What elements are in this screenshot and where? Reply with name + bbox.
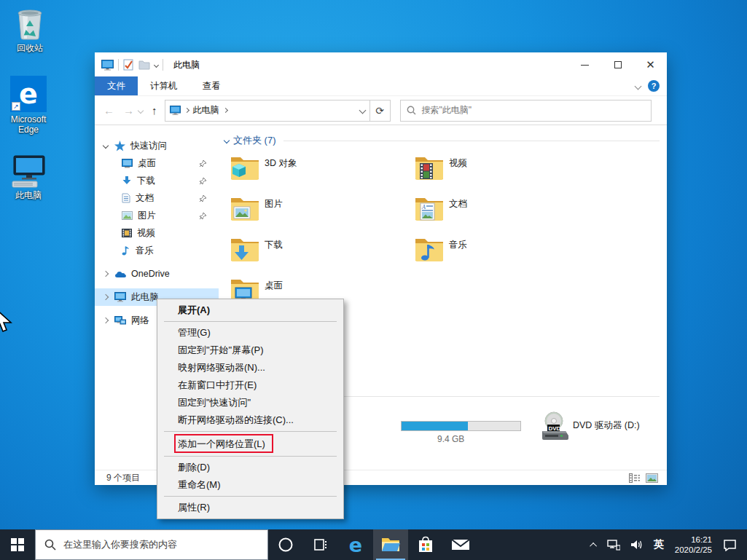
desktop-folder-icon: [122, 159, 133, 168]
properties-icon[interactable]: [123, 59, 134, 71]
ribbon-collapse-icon[interactable]: [635, 82, 642, 90]
sidebar-item-label: 快速访问: [130, 140, 167, 152]
search-box[interactable]: 搜索"此电脑": [400, 100, 652, 122]
refresh-button[interactable]: ⟳: [370, 100, 391, 122]
svg-text:A: A: [421, 204, 426, 210]
menu-item-open-in-new-window[interactable]: 在新窗口中打开(E): [157, 376, 343, 394]
item-count: 9 个项目: [95, 472, 140, 484]
folder-tile-documents[interactable]: A 文档: [414, 194, 582, 227]
help-icon[interactable]: ?: [648, 80, 660, 92]
chevron-down-icon[interactable]: [103, 143, 109, 149]
folder-icon: [230, 236, 260, 262]
folder-tile-videos[interactable]: 视频: [414, 153, 582, 186]
menu-item-pin-to-start[interactable]: 固定到"开始"屏幕(P): [157, 342, 343, 359]
menu-item-add-network-location[interactable]: 添加一个网络位置(L): [157, 434, 343, 454]
folder-tile-pictures[interactable]: 图片: [230, 194, 397, 227]
forward-button[interactable]: →: [123, 104, 134, 117]
menu-item-properties[interactable]: 属性(R): [157, 499, 343, 516]
music-icon: [122, 245, 130, 256]
folder-tile-music[interactable]: 音乐: [414, 234, 582, 268]
qat-dropdown-icon[interactable]: [154, 62, 159, 67]
new-folder-icon[interactable]: [138, 60, 150, 70]
search-icon: [407, 106, 416, 115]
taskbar-file-explorer-button[interactable]: [373, 529, 408, 560]
chevron-right-icon[interactable]: [103, 318, 109, 323]
task-view-icon: [313, 537, 329, 552]
address-dropdown-icon[interactable]: [359, 107, 366, 114]
menu-item-rename[interactable]: 重命名(M): [157, 476, 343, 494]
tab-computer[interactable]: 计算机: [138, 76, 190, 95]
sidebar-item-onedrive[interactable]: OneDrive: [95, 265, 219, 283]
taskbar-edge-button[interactable]: e: [338, 529, 373, 560]
taskbar-task-view-button[interactable]: [303, 529, 338, 560]
address-bar[interactable]: 此电脑: [165, 100, 370, 122]
pin-icon: [199, 212, 207, 220]
ribbon-tabs: 文件 计算机 查看: [95, 77, 667, 96]
sidebar-item-label: 下载: [137, 175, 155, 187]
folder-icon: [414, 154, 445, 181]
folders-group-header[interactable]: 文件夹 (7): [224, 134, 660, 147]
start-button[interactable]: [0, 529, 35, 560]
menu-item-expand[interactable]: 展开(A): [157, 301, 343, 319]
desktop-icon-label: Microsoft Edge: [0, 114, 57, 135]
search-placeholder: 搜索"此电脑": [422, 104, 472, 117]
menu-item-pin-to-quick-access[interactable]: 固定到"快速访问": [157, 394, 343, 411]
sidebar-item-music[interactable]: 音乐: [95, 242, 219, 259]
folder-tile-3d-objects[interactable]: 3D 对象: [230, 153, 397, 186]
drive-free-space: 9.4 GB: [437, 434, 464, 444]
tray-network-icon[interactable]: [602, 529, 625, 560]
tray-clock[interactable]: 16:21 2020/2/25: [669, 535, 718, 555]
sidebar-item-videos[interactable]: 视频: [95, 224, 219, 242]
tray-chevron-up-icon[interactable]: [587, 529, 602, 560]
action-center-icon[interactable]: [718, 529, 747, 560]
tray-volume-icon[interactable]: [625, 529, 649, 560]
folder-tile-downloads[interactable]: 下载: [230, 234, 397, 268]
minimize-button[interactable]: [568, 52, 601, 77]
sidebar-item-label: 网络: [131, 315, 149, 327]
details-view-icon[interactable]: [629, 473, 640, 483]
chevron-right-icon[interactable]: [103, 294, 109, 300]
sidebar-item-label: 音乐: [136, 245, 154, 257]
chevron-right-icon[interactable]: [103, 271, 109, 277]
folders-group-label: 文件夹 (7): [233, 134, 276, 147]
sidebar-item-documents[interactable]: 文档: [95, 189, 219, 207]
back-button[interactable]: ←: [103, 104, 114, 117]
thumbnail-view-icon[interactable]: [646, 473, 658, 483]
menu-item-delete[interactable]: 删除(D): [157, 459, 343, 476]
desktop-icon-recycle-bin[interactable]: 回收站: [1, 6, 58, 53]
desktop-icon-label: 回收站: [1, 43, 58, 53]
folder-label: 3D 对象: [265, 157, 297, 170]
breadcrumb[interactable]: 此电脑: [193, 104, 219, 117]
taskbar-cortana-button[interactable]: [268, 529, 303, 560]
tray-ime-indicator[interactable]: 英: [649, 529, 669, 560]
sidebar-item-downloads[interactable]: 下载: [95, 172, 219, 189]
breadcrumb-chevron-icon[interactable]: [184, 108, 189, 113]
dvd-drive-tile[interactable]: DVD DVD 驱动器 (D:): [538, 411, 727, 447]
tab-file[interactable]: 文件: [95, 76, 138, 95]
history-dropdown-icon[interactable]: [138, 107, 144, 113]
taskbar-store-button[interactable]: [408, 529, 443, 560]
breadcrumb-chevron-icon[interactable]: [222, 108, 227, 113]
maximize-button[interactable]: [601, 52, 634, 77]
desktop-icon-label: 此电脑: [0, 190, 57, 200]
mail-icon: [451, 537, 470, 552]
taskbar-search-box[interactable]: 在这里输入你要搜索的内容: [35, 529, 268, 560]
taskbar-mail-button[interactable]: [443, 529, 478, 560]
edge-icon: e ↗: [10, 76, 47, 112]
menu-item-map-network-drive[interactable]: 映射网络驱动器(N)...: [157, 359, 343, 376]
sidebar-item-desktop[interactable]: 桌面: [95, 154, 219, 172]
up-button[interactable]: ↑: [152, 104, 157, 117]
desktop-icon-edge[interactable]: e ↗ Microsoft Edge: [0, 76, 57, 135]
quick-access-icon: [114, 141, 125, 151]
group-collapse-icon[interactable]: [224, 138, 230, 143]
desktop-icon-this-pc[interactable]: 此电脑: [0, 154, 57, 200]
menu-item-disconnect-network-drive[interactable]: 断开网络驱动器的连接(C)...: [157, 411, 343, 429]
menu-item-manage[interactable]: 管理(G): [157, 324, 343, 342]
sidebar-item-quick-access[interactable]: 快速访问: [95, 137, 219, 154]
sidebar-item-pictures[interactable]: 图片: [95, 207, 219, 224]
close-button[interactable]: ✕: [634, 52, 667, 77]
tray-date: 2020/2/25: [675, 545, 712, 554]
folder-label: 下载: [265, 239, 283, 251]
tab-view[interactable]: 查看: [190, 76, 233, 95]
downloads-icon: [122, 176, 132, 186]
